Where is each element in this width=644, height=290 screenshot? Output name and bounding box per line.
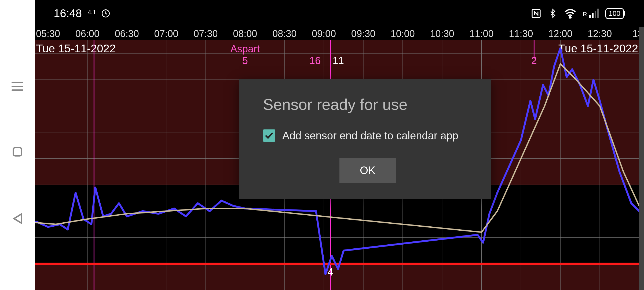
signal-label: R — [583, 11, 587, 18]
svg-text:08:30: 08:30 — [272, 28, 297, 39]
nfc-icon — [531, 8, 541, 19]
svg-text:09:00: 09:00 — [312, 28, 336, 39]
svg-text:07:00: 07:00 — [154, 28, 178, 39]
bluetooth-icon — [548, 8, 558, 19]
home-icon[interactable] — [13, 147, 22, 157]
svg-text:11:00: 11:00 — [469, 28, 493, 39]
svg-text:Aspart: Aspart — [230, 43, 260, 55]
dialog-title: Sensor ready for use — [263, 95, 472, 113]
svg-text:12:30: 12:30 — [588, 28, 612, 39]
status-small-label: 4.1 — [88, 9, 96, 16]
svg-text:13:: 13: — [632, 28, 639, 39]
svg-text:05:30: 05:30 — [36, 28, 60, 39]
svg-text:06:30: 06:30 — [115, 28, 139, 39]
android-nav-bar — [0, 0, 35, 290]
sync-icon — [101, 9, 111, 18]
add-to-calendar-checkbox[interactable] — [263, 129, 275, 142]
wifi-icon — [564, 8, 576, 19]
signal-icon: R — [583, 9, 599, 18]
svg-text:07:30: 07:30 — [193, 28, 218, 39]
status-clock: 16:48 — [54, 7, 82, 20]
svg-text:16: 16 — [309, 55, 321, 66]
ok-button[interactable]: OK — [339, 158, 396, 183]
svg-text:11: 11 — [333, 55, 344, 66]
svg-point-2 — [569, 17, 571, 18]
svg-text:Tue 15-11-2022: Tue 15-11-2022 — [558, 42, 638, 55]
sensor-ready-dialog: Sensor ready for use Add sensor end date… — [239, 79, 491, 199]
back-icon[interactable] — [13, 213, 22, 224]
svg-text:Tue 15-11-2022: Tue 15-11-2022 — [36, 42, 116, 55]
svg-text:08:00: 08:00 — [233, 28, 257, 39]
svg-text:2: 2 — [531, 55, 537, 66]
svg-text:09:30: 09:30 — [351, 28, 375, 39]
svg-text:11:30: 11:30 — [509, 28, 533, 39]
right-gutter — [639, 0, 644, 290]
battery-indicator: 100 — [605, 8, 624, 19]
battery-pct: 100 — [609, 9, 620, 18]
add-to-calendar-label: Add sensor end date to calendar app — [282, 130, 458, 142]
recent-apps-icon[interactable] — [12, 82, 23, 91]
svg-text:12:00: 12:00 — [548, 28, 572, 39]
svg-text:10:00: 10:00 — [391, 28, 415, 39]
add-to-calendar-row[interactable]: Add sensor end date to calendar app — [263, 129, 472, 142]
svg-text:10:30: 10:30 — [430, 28, 454, 39]
svg-text:5: 5 — [242, 55, 248, 66]
status-bar: 16:48 4.1 — [35, 0, 644, 27]
svg-text:4: 4 — [328, 266, 333, 278]
svg-text:06:00: 06:00 — [75, 28, 100, 39]
app-root: 16:48 4.1 — [35, 0, 644, 290]
